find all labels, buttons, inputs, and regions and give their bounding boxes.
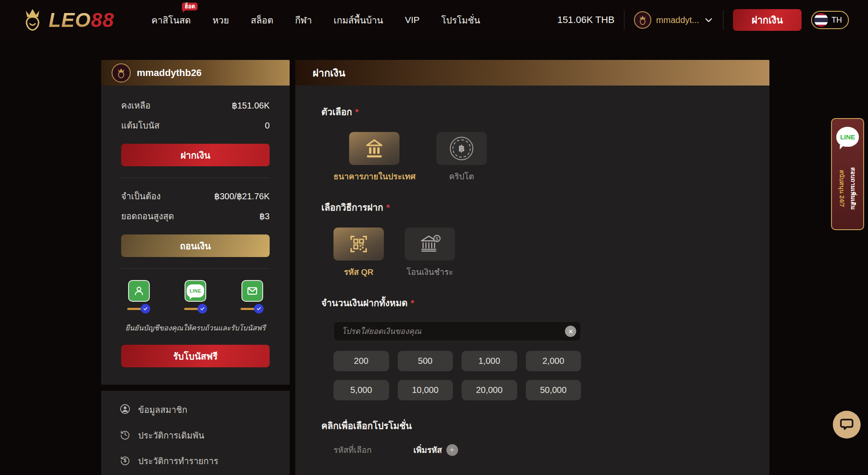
hot-badge: ฮ็อต (182, 3, 198, 10)
amount-input[interactable] (333, 321, 581, 341)
deposit-panel: ฝากเงิน ตัวเลือก* ธนาคารภายในประเทศ (295, 60, 769, 475)
email-icon (241, 280, 263, 302)
bitcoin-icon: ฿ (436, 132, 487, 165)
check-icon (141, 304, 150, 313)
menu-item-transaction-history[interactable]: ประวัติการทำรายการ (119, 454, 271, 468)
page-title: ฝากเงิน (313, 65, 345, 81)
option-label: ตัวเลือก* (321, 105, 743, 119)
method-label: เลือกวิธีการฝาก* (321, 200, 743, 214)
language-selector[interactable]: TH (811, 11, 849, 29)
amount-field (333, 321, 581, 341)
quick-amounts: 200 500 1,000 2,000 5,000 10,000 20,000 … (333, 351, 581, 400)
quick-amount-button[interactable]: 10,000 (398, 380, 453, 400)
profile-username: mmaddythb26 (137, 67, 201, 79)
live-chat-button[interactable] (833, 411, 861, 439)
main-nav: คาสิโนสด ฮ็อต หวย สล็อต กีฬา เกมส์พื้นบ้… (152, 13, 480, 27)
nav-item-sports[interactable]: กีฬา (295, 13, 312, 27)
transaction-history-icon (119, 455, 131, 468)
required-mark: * (355, 107, 359, 117)
method-bank-transfer[interactable]: $ โอนเงินชำระ (405, 228, 455, 278)
top-navbar: LEO88 คาสิโนสด ฮ็อต หวย สล็อต กีฬา เกมส์… (0, 0, 868, 40)
bank-icon (349, 132, 399, 165)
verification-row: LINE (121, 280, 270, 313)
username-label: mmaddyt... (656, 15, 699, 25)
line-logo-icon: LINE (836, 127, 859, 147)
nav-item-slots[interactable]: สล็อต (251, 13, 273, 27)
promo-row: รหัสที่เลือก เพิ่มรหัส (333, 443, 743, 456)
navbar-right: 151.06K THB mmaddyt... ฝากเงิน TH (557, 9, 849, 31)
divider (723, 11, 723, 29)
nav-item-folk-games[interactable]: เกมส์พื้นบ้าน (333, 13, 383, 27)
quick-amount-button[interactable]: 5,000 (333, 380, 389, 400)
required-mark: * (386, 202, 390, 212)
nav-item-promotions[interactable]: โปรโมชั่น (441, 13, 480, 27)
check-icon (254, 304, 264, 313)
method-qr-code[interactable]: รหัส QR (333, 228, 384, 278)
divider (624, 11, 624, 29)
profile-header: mmaddythb26 (101, 60, 290, 86)
turnover-row: จำเป็นต้อง ฿300/฿21.76K (121, 189, 270, 203)
line-icon: LINE (185, 280, 206, 302)
navbar-deposit-button[interactable]: ฝากเงิน (733, 9, 802, 31)
bonus-points-row: แต้มโบนัส 0 (121, 119, 270, 132)
method-cards: รหัส QR $ โอนเงินชำระ (333, 228, 743, 278)
amount-label: จำนวนเงินฝากทั้งหมด* (321, 296, 743, 310)
balance-amount: 151.06K THB (557, 14, 614, 26)
user-menu[interactable]: mmaddyt... (634, 11, 713, 29)
quick-amount-button[interactable]: 500 (398, 351, 453, 371)
member-icon (119, 403, 131, 417)
avatar (112, 63, 131, 82)
verify-caption: ยืนยันบัญชีของคุณให้ครบถ้วนและรับโบนัสฟร… (121, 322, 270, 333)
quick-amount-button[interactable]: 200 (333, 351, 389, 371)
option-cards: ธนาคารภายในประเทศ ฿ คริปโต (333, 132, 743, 183)
check-icon (198, 304, 207, 313)
plus-icon (446, 444, 458, 456)
leo88-logo[interactable]: LEO88 (19, 6, 114, 34)
clear-amount-button[interactable] (565, 326, 576, 337)
bet-history-icon (119, 429, 131, 442)
quick-amount-button[interactable]: 20,000 (462, 380, 517, 400)
verify-line[interactable]: LINE (184, 280, 207, 313)
promo-label: คลิกเพื่อเลือกโปรโมชั่น (321, 419, 743, 433)
option-local-bank[interactable]: ธนาคารภายในประเทศ (333, 132, 416, 183)
promo-selected-label: รหัสที่เลือก (333, 443, 372, 456)
sidebar-deposit-button[interactable]: ฝากเงิน (121, 144, 270, 166)
max-withdraw-value: ฿3 (259, 211, 270, 221)
required-mark: * (411, 298, 414, 308)
avatar (634, 11, 651, 29)
bonus-points-value: 0 (265, 121, 270, 131)
thai-flag-icon (814, 13, 828, 27)
qr-code-icon (333, 228, 384, 261)
balance-value: ฿151.06K (232, 100, 270, 111)
max-withdraw-row: ยอดถอนสูงสุด ฿3 (121, 209, 270, 223)
balance-row: คงเหลือ ฿151.06K (121, 99, 270, 112)
svg-text:$: $ (436, 236, 438, 241)
nav-item-vip[interactable]: VIP (405, 15, 419, 25)
chevron-down-icon (704, 15, 713, 25)
nav-item-live-casino[interactable]: คาสิโนสด ฮ็อต (152, 13, 191, 27)
line-banner-text: สอบถามเพิ่มเติม สนับสนุน 24/7 (837, 149, 858, 228)
verify-identity[interactable] (127, 280, 150, 313)
profile-sidebar: mmaddythb26 คงเหลือ ฿151.06K แต้มโบนัส 0… (101, 60, 290, 385)
option-crypto[interactable]: ฿ คริปโต (436, 132, 487, 183)
id-card-icon (128, 280, 150, 302)
free-bonus-button[interactable]: รับโบนัสฟรี (121, 345, 270, 367)
turnover-value: ฿300/฿21.76K (214, 191, 270, 201)
deposit-panel-header: ฝากเงิน (295, 60, 769, 86)
quick-amount-button[interactable]: 1,000 (462, 351, 517, 371)
menu-item-bet-history[interactable]: ประวัติการเดิมพัน (119, 429, 271, 442)
bank-transfer-icon: $ (405, 228, 455, 261)
verify-email[interactable] (241, 280, 264, 313)
menu-item-member-info[interactable]: ข้อมูลสมาชิก (119, 403, 271, 417)
line-support-banner[interactable]: LINE สอบถามเพิ่มเติม สนับสนุน 24/7 (831, 118, 864, 230)
language-code: TH (832, 16, 842, 25)
add-promo-code[interactable]: เพิ่มรหัส (413, 443, 458, 456)
quick-amount-button[interactable]: 50,000 (526, 380, 581, 400)
divider (121, 268, 270, 269)
chat-bubble-icon (839, 417, 854, 433)
nav-item-lottery[interactable]: หวย (212, 13, 229, 27)
quick-amount-button[interactable]: 2,000 (526, 351, 581, 371)
withdraw-button[interactable]: ถอนเงิน (121, 234, 270, 257)
divider (121, 178, 270, 178)
account-menu: ข้อมูลสมาชิก ประวัติการเดิมพัน ประวัติกา… (101, 391, 290, 475)
